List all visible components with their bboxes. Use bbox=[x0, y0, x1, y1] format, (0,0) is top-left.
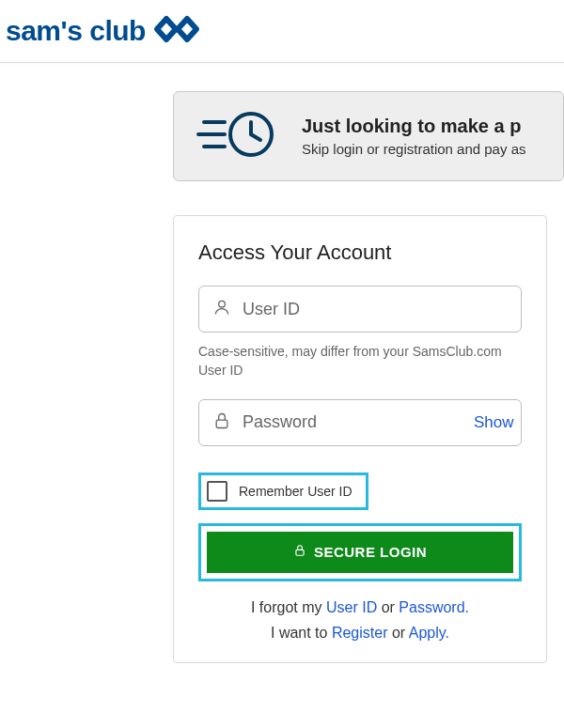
quickpay-banner[interactable]: Just looking to make a p Skip login or r… bbox=[173, 91, 564, 181]
forgot-or: or bbox=[377, 599, 399, 615]
logo-diamond-icon bbox=[151, 13, 204, 49]
help-links: I forgot my User ID or Password. I want … bbox=[198, 595, 522, 645]
banner-text: Just looking to make a p Skip login or r… bbox=[302, 116, 525, 157]
show-password-button[interactable]: Show bbox=[472, 410, 516, 436]
forgot-prefix: I forgot my bbox=[251, 599, 326, 615]
svg-point-4 bbox=[219, 301, 226, 307]
password-input[interactable] bbox=[243, 412, 461, 432]
forgot-password-link[interactable]: Password. bbox=[399, 599, 469, 615]
remember-label[interactable]: Remember User ID bbox=[239, 484, 352, 499]
user-id-field-wrap bbox=[198, 286, 522, 333]
logo-text: sam's club bbox=[6, 15, 146, 47]
banner-subtitle: Skip login or registration and pay as bbox=[302, 141, 525, 157]
fast-clock-icon bbox=[196, 109, 277, 163]
user-id-input[interactable] bbox=[243, 300, 508, 319]
svg-rect-5 bbox=[216, 420, 227, 427]
remember-user-id-group: Remember User ID bbox=[198, 472, 368, 510]
remember-checkbox[interactable] bbox=[207, 481, 227, 502]
header: sam's club bbox=[0, 0, 564, 63]
user-icon bbox=[212, 298, 231, 320]
card-title: Access Your Account bbox=[198, 240, 522, 265]
lock-icon bbox=[212, 411, 231, 434]
user-id-hint: Case-sensitive, may differ from your Sam… bbox=[198, 342, 522, 380]
banner-title: Just looking to make a p bbox=[302, 116, 525, 137]
want-prefix: I want to bbox=[271, 625, 332, 641]
register-line: I want to Register or Apply. bbox=[198, 620, 522, 645]
secure-login-button[interactable]: SECURE LOGIN bbox=[207, 532, 513, 573]
lock-icon bbox=[293, 544, 306, 560]
svg-rect-6 bbox=[296, 550, 304, 556]
login-button-highlight: SECURE LOGIN bbox=[198, 523, 522, 581]
login-button-label: SECURE LOGIN bbox=[314, 544, 427, 560]
apply-or: or bbox=[387, 625, 408, 641]
register-link[interactable]: Register bbox=[332, 625, 388, 641]
forgot-line: I forgot my User ID or Password. bbox=[198, 595, 522, 620]
password-field-wrap: Show bbox=[198, 399, 522, 446]
login-card: Access Your Account Case-sensitive, may … bbox=[173, 215, 547, 663]
brand-logo[interactable]: sam's club bbox=[6, 13, 564, 49]
forgot-user-id-link[interactable]: User ID bbox=[326, 599, 377, 615]
apply-link[interactable]: Apply. bbox=[409, 625, 449, 641]
